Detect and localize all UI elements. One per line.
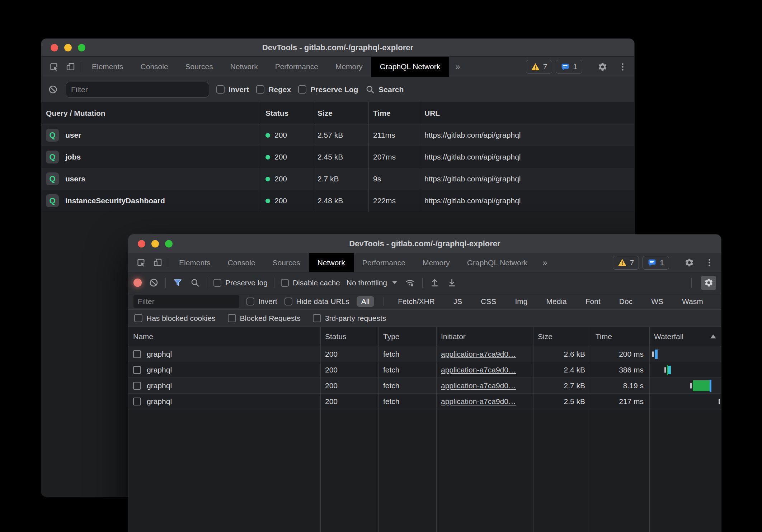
filter-input[interactable] xyxy=(133,295,239,308)
blocked-requests-checkbox[interactable] xyxy=(228,314,236,322)
row-checkbox[interactable] xyxy=(133,350,141,358)
network-conditions-icon[interactable] xyxy=(404,278,416,288)
title-bar[interactable]: DevTools - gitlab.com/-/graphql-explorer xyxy=(128,234,721,253)
column-header-waterfall[interactable]: Waterfall xyxy=(649,332,721,341)
table-row[interactable]: QinstanceSecurityDashboard 200 2.48 kB 2… xyxy=(41,190,634,212)
column-header-status[interactable]: Status xyxy=(261,109,313,118)
minimize-button[interactable] xyxy=(64,44,72,51)
type-filter-doc[interactable]: Doc xyxy=(615,296,637,307)
tab-console[interactable]: Console xyxy=(132,57,177,77)
tab-console[interactable]: Console xyxy=(219,253,264,272)
type-filter-all[interactable]: All xyxy=(357,296,374,307)
close-button[interactable] xyxy=(138,240,145,247)
tab-sources[interactable]: Sources xyxy=(264,253,309,272)
initiator-link[interactable]: application-a7ca9d0… xyxy=(441,381,516,390)
preserve-log-checkbox-row[interactable]: Preserve log xyxy=(213,279,268,287)
minimize-button[interactable] xyxy=(151,240,159,247)
preserve-log-checkbox[interactable] xyxy=(213,279,221,287)
export-har-icon[interactable] xyxy=(446,278,457,288)
tab-memory[interactable]: Memory xyxy=(414,253,458,272)
initiator-link[interactable]: application-a7ca9d0… xyxy=(441,350,516,358)
tab-network[interactable]: Network xyxy=(309,253,354,272)
type-filter-fetch-xhr[interactable]: Fetch/XHR xyxy=(393,296,439,307)
hide-data-urls-checkbox[interactable] xyxy=(284,298,292,305)
clear-network-log-icon[interactable] xyxy=(148,278,159,288)
column-header-size[interactable]: Size xyxy=(533,332,591,341)
messages-badge[interactable]: 1 xyxy=(643,256,669,270)
table-row[interactable]: graphql 200 fetch application-a7ca9d0… 2… xyxy=(128,378,721,394)
tab-graphql-network[interactable]: GraphQL Network xyxy=(371,57,449,77)
block-icon[interactable] xyxy=(47,85,58,94)
zoom-button[interactable] xyxy=(78,44,85,51)
table-row[interactable]: Quser 200 2.57 kB 211ms https://gitlab.c… xyxy=(41,124,634,146)
preserve-log-checkbox[interactable] xyxy=(298,85,306,94)
blocked-requests-row[interactable]: Blocked Requests xyxy=(228,314,301,323)
row-checkbox[interactable] xyxy=(133,398,141,405)
has-blocked-cookies-checkbox[interactable] xyxy=(134,314,142,322)
warnings-badge[interactable]: 7 xyxy=(613,256,639,270)
type-filter-img[interactable]: Img xyxy=(511,296,532,307)
column-header-initiator[interactable]: Initiator xyxy=(436,332,533,341)
regex-checkbox-row[interactable]: Regex xyxy=(256,85,291,94)
column-header-type[interactable]: Type xyxy=(378,332,436,341)
table-row[interactable]: graphql 200 fetch application-a7ca9d0… 2… xyxy=(128,362,721,378)
has-blocked-cookies-row[interactable]: Has blocked cookies xyxy=(134,314,216,323)
filter-funnel-icon[interactable] xyxy=(172,278,183,288)
disable-cache-checkbox-row[interactable]: Disable cache xyxy=(281,279,340,287)
row-checkbox[interactable] xyxy=(133,382,141,390)
tab-memory[interactable]: Memory xyxy=(327,57,371,77)
type-filter-js[interactable]: JS xyxy=(449,296,467,307)
kebab-menu-icon[interactable] xyxy=(701,258,718,267)
tab-performance[interactable]: Performance xyxy=(354,253,414,272)
tab-elements[interactable]: Elements xyxy=(170,253,219,272)
column-header-name[interactable]: Name xyxy=(128,332,320,341)
type-filter-wasm[interactable]: Wasm xyxy=(677,296,708,307)
inspect-element-icon[interactable] xyxy=(46,57,62,77)
more-tabs-button[interactable]: » xyxy=(449,57,466,77)
hide-data-urls-checkbox-row[interactable]: Hide data URLs xyxy=(284,297,349,306)
column-header-time[interactable]: Time xyxy=(368,109,420,118)
tab-performance[interactable]: Performance xyxy=(267,57,327,77)
kebab-menu-icon[interactable] xyxy=(614,62,631,72)
network-settings-gear-icon[interactable] xyxy=(701,276,716,290)
search-group[interactable]: Search xyxy=(365,85,404,94)
search-icon[interactable] xyxy=(189,278,200,288)
more-tabs-button[interactable]: » xyxy=(536,253,554,272)
throttling-dropdown[interactable]: No throttling xyxy=(347,279,397,287)
disable-cache-checkbox[interactable] xyxy=(281,279,289,287)
type-filter-ws[interactable]: WS xyxy=(646,296,668,307)
device-toolbar-icon[interactable] xyxy=(149,253,166,272)
title-bar[interactable]: DevTools - gitlab.com/-/graphql-explorer xyxy=(41,39,634,57)
warnings-badge[interactable]: 7 xyxy=(526,60,552,73)
type-filter-font[interactable]: Font xyxy=(581,296,605,307)
initiator-link[interactable]: application-a7ca9d0… xyxy=(441,397,516,405)
column-header-time[interactable]: Time xyxy=(591,332,649,341)
messages-badge[interactable]: 1 xyxy=(556,60,582,73)
record-button[interactable] xyxy=(133,279,142,287)
settings-gear-icon[interactable] xyxy=(681,258,697,267)
type-filter-media[interactable]: Media xyxy=(542,296,572,307)
column-header-status[interactable]: Status xyxy=(320,332,378,341)
type-filter-manifest[interactable]: Manifest xyxy=(717,296,721,307)
tab-sources[interactable]: Sources xyxy=(177,57,222,77)
settings-gear-icon[interactable] xyxy=(594,62,611,72)
table-row[interactable]: Qusers 200 2.7 kB 9s https://gitlab.com/… xyxy=(41,168,634,190)
regex-checkbox[interactable] xyxy=(256,85,264,94)
preserve-log-checkbox-row[interactable]: Preserve Log xyxy=(298,85,358,94)
row-checkbox[interactable] xyxy=(133,366,141,374)
device-toolbar-icon[interactable] xyxy=(62,57,79,77)
close-button[interactable] xyxy=(51,44,58,51)
third-party-requests-checkbox[interactable] xyxy=(313,314,321,322)
type-filter-css[interactable]: CSS xyxy=(476,296,501,307)
invert-checkbox[interactable] xyxy=(216,85,225,94)
invert-checkbox-row[interactable]: Invert xyxy=(216,85,249,94)
tab-elements[interactable]: Elements xyxy=(83,57,132,77)
column-header-query-mutation[interactable]: Query / Mutation xyxy=(41,109,261,118)
table-row[interactable]: graphql 200 fetch application-a7ca9d0… 2… xyxy=(128,394,721,409)
inspect-element-icon[interactable] xyxy=(133,253,149,272)
filter-input[interactable] xyxy=(66,82,209,98)
initiator-link[interactable]: application-a7ca9d0… xyxy=(441,366,516,374)
tab-network[interactable]: Network xyxy=(222,57,267,77)
invert-checkbox[interactable] xyxy=(246,298,254,305)
table-row[interactable]: graphql 200 fetch application-a7ca9d0… 2… xyxy=(128,346,721,362)
